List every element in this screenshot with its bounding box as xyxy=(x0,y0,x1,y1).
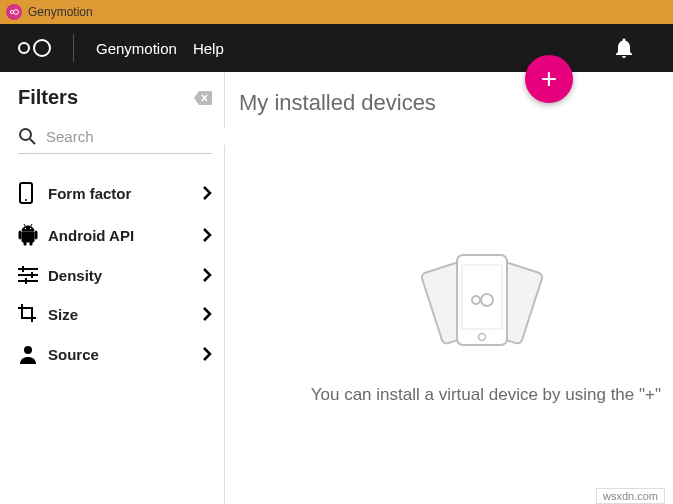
empty-state: You can install a virtual device by usin… xyxy=(239,116,665,504)
menu-help[interactable]: Help xyxy=(193,40,224,57)
app-logo-icon xyxy=(6,4,22,20)
sliders-icon xyxy=(18,266,48,284)
window-title: Genymotion xyxy=(28,5,93,19)
svg-point-7 xyxy=(30,228,31,229)
chevron-right-icon xyxy=(202,268,212,282)
chevron-right-icon xyxy=(202,347,212,361)
chevron-right-icon xyxy=(202,186,212,200)
menubar: Genymotion Help xyxy=(0,24,673,72)
main-panel: My installed devices You can install a v… xyxy=(225,72,673,504)
filter-label: Density xyxy=(48,267,202,284)
filter-android-api[interactable]: Android API xyxy=(18,214,212,256)
notifications-icon[interactable] xyxy=(615,38,633,58)
add-device-button[interactable]: + xyxy=(525,55,573,103)
filters-title: Filters xyxy=(18,86,78,109)
phone-icon xyxy=(18,182,48,204)
filter-label: Form factor xyxy=(48,185,202,202)
brand-area: Genymotion Help xyxy=(18,34,224,62)
svg-point-14 xyxy=(24,346,32,354)
android-icon xyxy=(18,224,48,246)
brand-logo-icon xyxy=(18,39,51,57)
filter-label: Android API xyxy=(48,227,202,244)
empty-hint-text: You can install a virtual device by usin… xyxy=(311,385,665,405)
filter-density[interactable]: Density xyxy=(18,256,212,294)
chevron-right-icon xyxy=(202,228,212,242)
crop-icon xyxy=(18,304,48,324)
search-icon xyxy=(18,127,36,145)
chevron-right-icon xyxy=(202,307,212,321)
svg-line-3 xyxy=(30,139,35,144)
filter-form-factor[interactable]: Form factor xyxy=(18,172,212,214)
svg-point-5 xyxy=(25,199,27,201)
filter-label: Source xyxy=(48,346,202,363)
devices-illustration-icon xyxy=(407,245,557,355)
person-icon xyxy=(18,344,48,364)
clear-filters-icon[interactable] xyxy=(194,91,212,105)
search-input[interactable] xyxy=(46,128,236,145)
window-titlebar: Genymotion xyxy=(0,0,673,24)
add-icon: + xyxy=(541,63,557,95)
search-row xyxy=(18,123,212,154)
svg-point-6 xyxy=(25,228,26,229)
filters-sidebar: Filters Form factor Android API xyxy=(0,72,225,504)
filter-source[interactable]: Source xyxy=(18,334,212,374)
menu-genymotion[interactable]: Genymotion xyxy=(96,40,177,57)
watermark: wsxdn.com xyxy=(596,488,665,504)
menubar-divider xyxy=(73,34,74,62)
filter-label: Size xyxy=(48,306,202,323)
filter-size[interactable]: Size xyxy=(18,294,212,334)
svg-point-1 xyxy=(14,10,19,15)
page-title: My installed devices xyxy=(239,90,665,116)
svg-point-2 xyxy=(20,129,31,140)
